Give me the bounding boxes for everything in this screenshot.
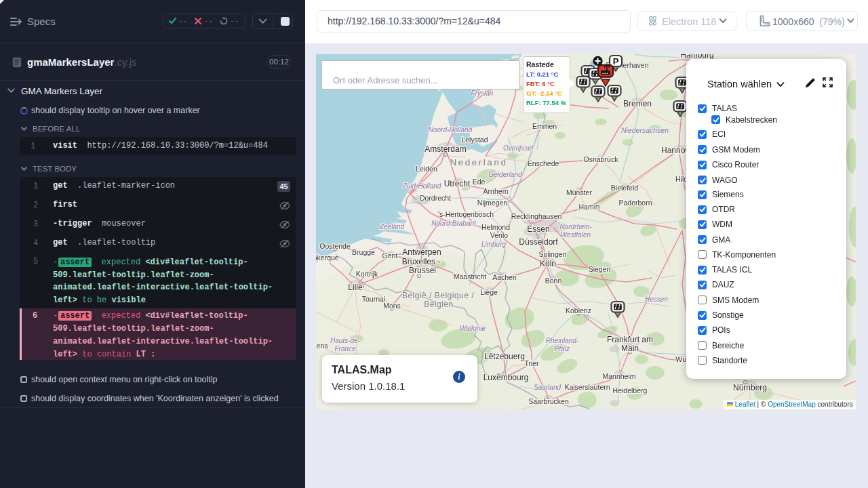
- svg-text:Saarbrücken: Saarbrücken: [528, 397, 569, 405]
- svg-text:Enschede: Enschede: [528, 159, 559, 167]
- svg-text:Bielefeld: Bielefeld: [611, 184, 638, 192]
- svg-text:Gent: Gent: [382, 251, 398, 260]
- svg-text:Utrecht: Utrecht: [444, 179, 471, 188]
- svg-text:Maastricht: Maastricht: [454, 272, 487, 281]
- svg-text:Lille: Lille: [348, 283, 363, 292]
- svg-text:Zuid-Holland: Zuid-Holland: [402, 182, 441, 190]
- svg-text:Fryslân: Fryslân: [471, 89, 494, 97]
- svg-text:France: France: [334, 345, 356, 352]
- svg-text:Solingen: Solingen: [539, 250, 567, 258]
- svg-text:Frankfurt am: Frankfurt am: [607, 335, 653, 344]
- svg-text:Overijssel: Overijssel: [503, 144, 534, 152]
- svg-text:Amiens: Amiens: [316, 342, 328, 350]
- svg-text:Tournai: Tournai: [362, 295, 385, 303]
- svg-text:Brussel: Brussel: [409, 266, 436, 275]
- svg-text:Mannheim: Mannheim: [602, 372, 635, 380]
- svg-text:Bruxelles -: Bruxelles -: [402, 257, 441, 266]
- svg-text:Trier: Trier: [524, 359, 539, 367]
- svg-text:Lelystad: Lelystad: [461, 136, 488, 144]
- svg-text:Hamm: Hamm: [579, 203, 600, 211]
- svg-text:Koblenz: Koblenz: [566, 306, 591, 314]
- svg-text:Lëtzebuerg: Lëtzebuerg: [484, 352, 525, 361]
- svg-text:Ede: Ede: [473, 178, 486, 186]
- svg-text:P: P: [613, 56, 619, 66]
- svg-text:Leiden: Leiden: [416, 165, 437, 173]
- svg-text:Noord-Brabant: Noord-Brabant: [431, 220, 477, 227]
- svg-text:Siegen: Siegen: [589, 265, 611, 273]
- svg-text:Köln: Köln: [540, 259, 556, 268]
- svg-text:Recklinghausen: Recklinghausen: [511, 212, 562, 220]
- svg-text:Dunkerque: Dunkerque: [316, 253, 339, 262]
- svg-text:Heidelberg: Heidelberg: [613, 386, 648, 394]
- svg-text:Belgien: Belgien: [424, 300, 454, 309]
- svg-text:Kortrijk: Kortrijk: [356, 270, 378, 278]
- svg-text:Essen: Essen: [527, 224, 549, 234]
- svg-text:Helmond: Helmond: [481, 223, 510, 231]
- svg-text:Main: Main: [621, 344, 639, 353]
- svg-text:Noord-Holland: Noord-Holland: [429, 126, 473, 134]
- svg-text:Luxembourg: Luxembourg: [484, 373, 529, 382]
- svg-text:Düsseldorf: Düsseldorf: [519, 237, 558, 247]
- svg-text:Paderborn: Paderborn: [618, 199, 652, 207]
- svg-text:Liège: Liège: [480, 288, 498, 296]
- svg-text:België / Belgique /: België / Belgique /: [402, 291, 474, 300]
- svg-text:Amsterdam: Amsterdam: [425, 144, 466, 154]
- svg-text:Hauts-de-: Hauts-de-: [330, 337, 361, 344]
- svg-text:Kaiserslautern: Kaiserslautern: [564, 383, 610, 391]
- svg-text:Rheinland-: Rheinland-: [546, 337, 579, 344]
- svg-text:Arnhem: Arnhem: [484, 187, 509, 195]
- svg-text:Bremen: Bremen: [623, 99, 652, 108]
- svg-text:Mons: Mons: [383, 302, 401, 310]
- svg-text:Westfalen: Westfalen: [561, 231, 591, 239]
- svg-text:Nederland: Nederland: [450, 157, 508, 167]
- svg-text:Nürnberg: Nürnberg: [733, 383, 767, 392]
- svg-text:Limburg: Limburg: [481, 241, 507, 248]
- svg-text:Antwerpen: Antwerpen: [402, 247, 441, 257]
- svg-text:Osnabrück: Osnabrück: [584, 155, 619, 163]
- svg-text:Niedersachsen: Niedersachsen: [621, 126, 669, 134]
- svg-text:Oostende: Oostende: [319, 242, 351, 250]
- svg-text:Aachen: Aachen: [492, 273, 517, 281]
- svg-text:Venlo: Venlo: [490, 231, 508, 239]
- svg-text:Saarland: Saarland: [534, 384, 561, 391]
- svg-text:'s-Hertogenbosch: 's-Hertogenbosch: [438, 210, 494, 218]
- svg-text:Brugge: Brugge: [352, 248, 375, 256]
- svg-text:Emmen: Emmen: [532, 122, 557, 130]
- svg-text:Nordrhein-: Nordrhein-: [559, 223, 592, 230]
- svg-text:Pfalz: Pfalz: [555, 345, 570, 352]
- svg-text:Gelderland: Gelderland: [489, 171, 522, 178]
- svg-text:Münster: Münster: [566, 188, 592, 197]
- svg-text:Dordrecht: Dordrecht: [420, 194, 451, 202]
- svg-text:Nijmegen: Nijmegen: [477, 199, 508, 207]
- svg-text:Zeeland: Zeeland: [379, 223, 405, 230]
- svg-text:Bonn: Bonn: [545, 277, 562, 285]
- svg-text:Hessen: Hessen: [645, 296, 668, 303]
- svg-text:Wallonie: Wallonie: [460, 325, 486, 332]
